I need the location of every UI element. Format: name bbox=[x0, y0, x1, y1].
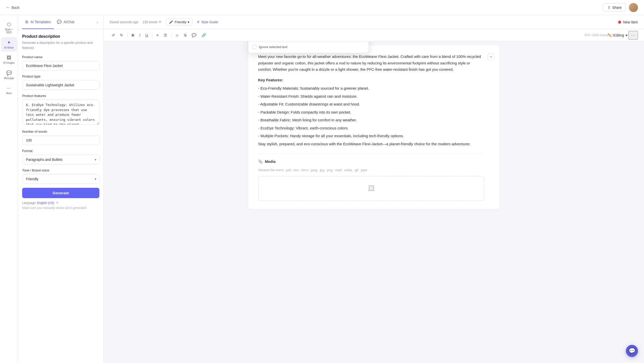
ignore-label: Ignore selected text bbox=[259, 45, 287, 49]
editing-label: Editing bbox=[613, 33, 624, 37]
microphone-icon: 🎤 bbox=[169, 20, 173, 24]
ai-writer-icon: ✦ bbox=[7, 40, 11, 45]
back-arrow-icon: ← bbox=[6, 5, 10, 10]
toolbar-separator-2 bbox=[152, 33, 152, 38]
underline-button[interactable]: U bbox=[143, 31, 150, 39]
product-features-textarea[interactable]: 6. EcoDye Technology: Utilizes eco-frien… bbox=[22, 100, 99, 125]
message-icon: 💬 bbox=[6, 70, 12, 76]
back-button[interactable]: ← Back bbox=[6, 5, 19, 10]
tone-button[interactable]: 🎤 Friendly ▾ bbox=[166, 18, 193, 26]
saved-status: Saved seconds ago bbox=[110, 20, 138, 24]
templates-panel: ⊞ AI Templates 💬 AIChat ‹ Product descri… bbox=[18, 15, 104, 363]
panel-title: Product description bbox=[22, 34, 99, 39]
bullet-1: - Eco-Friendly Materials: Sustainably so… bbox=[258, 85, 485, 92]
align-button[interactable]: ≡ bbox=[154, 31, 161, 39]
char-count: 970 / 3000 characters bbox=[585, 33, 614, 37]
tone-label: Friendly bbox=[175, 20, 186, 24]
eye-icon: 👁 bbox=[158, 20, 162, 24]
style-guide-button[interactable]: ↺ Style Guide bbox=[197, 20, 218, 24]
red-dot-icon bbox=[618, 21, 621, 24]
tone-label: Tone / Brand voice bbox=[22, 168, 99, 172]
generate-button[interactable]: Generate bbox=[22, 188, 99, 198]
ai-chat-tab-icon: 💬 bbox=[57, 20, 62, 24]
avatar[interactable] bbox=[629, 3, 638, 12]
sidebar-item-ai-images-label: AI Images bbox=[3, 61, 15, 64]
product-type-label: Product type bbox=[22, 75, 99, 78]
format-label: Format bbox=[22, 149, 99, 153]
bullet-7: - Multiple Pockets: Handy storage for al… bbox=[258, 133, 485, 139]
chat-support-button[interactable]: 💬 bbox=[626, 345, 638, 357]
share-button[interactable]: ⇧ Share bbox=[603, 3, 626, 12]
bullet-3: - Adjustable Fit: Customizable drawstrin… bbox=[258, 101, 485, 107]
style-guide-icon: ↺ bbox=[197, 20, 199, 24]
panel-subtitle: Generate a description for a specific pr… bbox=[22, 40, 99, 50]
comment-button[interactable]: 💬 bbox=[190, 31, 198, 39]
ai-popup: ✦ ▶ Ignore selected text bbox=[248, 41, 369, 53]
product-features-label: Product features bbox=[22, 94, 99, 98]
share-label: Share bbox=[612, 6, 622, 10]
icon-sidebar: ⬡ Brief + SEO ✦ AI Writer 🖼 AI Images 💬 … bbox=[0, 15, 18, 363]
tone-select[interactable]: Friendly Professional Casual Formal bbox=[22, 174, 99, 184]
undo-button[interactable]: ↺ bbox=[110, 31, 117, 39]
editing-chevron-icon: ▾ bbox=[626, 33, 627, 37]
list-button[interactable]: ☰ bbox=[162, 31, 169, 39]
sidebar-item-more[interactable]: ··· More bbox=[1, 83, 17, 97]
media-hint: Allowed file extns: .pdf, .doc, .docx, .… bbox=[258, 167, 485, 173]
more-actions-button[interactable]: ⋯ bbox=[628, 31, 638, 40]
tone-chevron-icon: ▾ bbox=[188, 20, 189, 24]
ignore-selected-option[interactable]: Ignore selected text bbox=[252, 45, 365, 49]
sidebar-item-ai-writer-label: AI Writer bbox=[4, 46, 14, 49]
product-name-input[interactable] bbox=[22, 61, 99, 70]
tab-ai-chat[interactable]: 💬 AIChat bbox=[54, 15, 77, 29]
bullet-2: - Water-Resistant Finish: Shields agains… bbox=[258, 93, 485, 100]
sidebar-item-message[interactable]: 💬 Message bbox=[1, 68, 17, 82]
share-icon: ⇧ bbox=[608, 5, 611, 10]
bullet-6: - EcoDye Technology: Vibrant, earth-cons… bbox=[258, 125, 485, 131]
chat-support-icon: 💬 bbox=[629, 348, 635, 354]
disclaimer: Make sure you manually review all AI gen… bbox=[22, 206, 99, 210]
top-bar: ← Back ⇧ Share bbox=[0, 0, 644, 15]
bold-button[interactable]: B bbox=[130, 31, 136, 39]
sidebar-item-ai-writer[interactable]: ✦ AI Writer bbox=[1, 37, 17, 52]
toolbar-separator-3 bbox=[171, 33, 171, 38]
sidebar-item-ai-images[interactable]: 🖼 AI Images bbox=[1, 53, 17, 67]
ignore-checkbox[interactable] bbox=[252, 45, 256, 49]
bullet-5: - Breathable Fabric: Mesh lining for com… bbox=[258, 117, 485, 123]
ai-chat-tab-label: AIChat bbox=[64, 20, 74, 24]
product-type-input[interactable] bbox=[22, 80, 99, 90]
emoji-button[interactable]: ☺ bbox=[173, 31, 181, 39]
style-guide-label: Style Guide bbox=[201, 20, 218, 24]
key-features-title: Key Features: bbox=[258, 77, 485, 83]
edit-language-icon[interactable]: ✎ bbox=[56, 201, 59, 205]
editor-paragraph-1: Meet your new favorite go-to for all-wea… bbox=[258, 53, 485, 73]
italic-button[interactable]: I bbox=[137, 31, 142, 39]
editor-paragraph-2: Stay stylish, prepared, and eco-consciou… bbox=[258, 141, 485, 147]
toolbar-separator-1 bbox=[127, 33, 128, 38]
panel-collapse-button[interactable]: ‹ bbox=[95, 19, 99, 26]
redo-button[interactable]: ↻ bbox=[118, 31, 125, 39]
media-dropzone[interactable]: 🖼 bbox=[258, 176, 485, 201]
format-toolbar: ↺ ↻ B I U ≡ ☰ ☺ S̶ 💬 🔗 970 / 3000 charac… bbox=[104, 29, 644, 41]
ai-images-icon: 🖼 bbox=[7, 55, 11, 60]
tab-ai-templates[interactable]: ⊞ AI Templates bbox=[22, 15, 54, 29]
format-select[interactable]: Paragraphs and Bullets Paragraphs only B… bbox=[22, 155, 99, 164]
add-block-button[interactable]: + bbox=[488, 53, 495, 60]
bullets-list: - Eco-Friendly Materials: Sustainably so… bbox=[258, 85, 485, 139]
brief-seo-icon: ⬡ bbox=[7, 22, 11, 27]
paperclip-icon: 📎 bbox=[258, 158, 263, 165]
link-button[interactable]: 🔗 bbox=[199, 31, 208, 39]
language-note: Language: English (US) ✎ bbox=[22, 201, 99, 205]
sidebar-item-brief-seo[interactable]: ⬡ Brief + SEO bbox=[1, 19, 17, 36]
editor-content-card: ✦ ▶ Ignore selected text + Meet your new… bbox=[248, 45, 500, 209]
strikethrough-button[interactable]: S̶ bbox=[182, 31, 189, 39]
bullet-4: - Packable Design: Folds compactly into … bbox=[258, 109, 485, 116]
word-count: 139 words 👁 bbox=[142, 20, 162, 24]
new-item-button[interactable]: New Item bbox=[618, 20, 638, 24]
media-label: Media bbox=[265, 158, 276, 165]
new-item-label: New Item bbox=[623, 20, 638, 24]
more-icon: ··· bbox=[7, 86, 11, 91]
editor-area: Saved seconds ago 139 words 👁 🎤 Friendly… bbox=[104, 15, 644, 363]
editor-top-toolbar: Saved seconds ago 139 words 👁 🎤 Friendly… bbox=[104, 15, 644, 29]
number-of-words-input[interactable] bbox=[22, 135, 99, 145]
language-link[interactable]: English (US) bbox=[37, 201, 54, 205]
